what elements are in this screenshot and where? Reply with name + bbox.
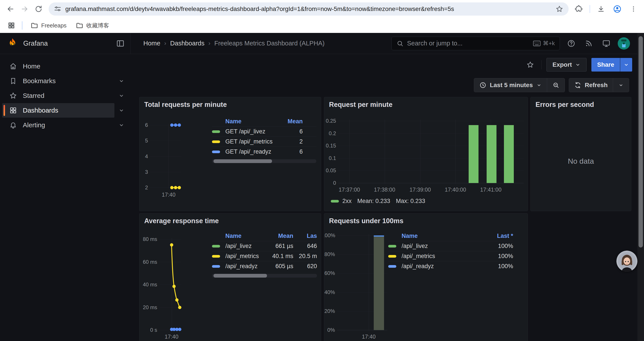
col-last[interactable]: Last *: [497, 233, 513, 239]
star-dashboard-button[interactable]: [524, 58, 536, 71]
data-point: [174, 124, 177, 127]
refresh-interval-button[interactable]: [613, 78, 629, 92]
series-name[interactable]: GET /api/_metrics: [225, 138, 300, 145]
y-tick: 60 ms: [139, 259, 157, 265]
panel-title[interactable]: Average response time: [144, 217, 219, 225]
scrollbar-thumb[interactable]: [214, 159, 272, 163]
refresh-icon: [574, 82, 581, 89]
page-scrollbar-thumb[interactable]: [638, 36, 643, 247]
forward-button[interactable]: [18, 2, 32, 16]
monitor-icon: [602, 39, 610, 48]
legend-item-2xx[interactable]: 2xx: [331, 198, 352, 204]
nav-brand-area: Grafana: [0, 33, 131, 54]
search-shortcut: ⌘+k: [533, 40, 555, 47]
downloads-button[interactable]: [594, 2, 608, 16]
back-button[interactable]: [4, 2, 18, 16]
series-color-2xx: [331, 200, 339, 203]
y-tick: 0.1: [325, 155, 336, 161]
bookmark-star-icon[interactable]: [556, 5, 563, 13]
profile-button[interactable]: [610, 2, 624, 16]
col-last[interactable]: Las: [293, 233, 317, 239]
series-name[interactable]: /api/_metrics: [402, 253, 498, 260]
series-last: 100%: [498, 253, 513, 260]
legend-scrollbar[interactable]: [212, 159, 316, 163]
sidebar-item-home: Home: [2, 59, 128, 74]
site-settings-icon: [54, 5, 62, 13]
refresh-button[interactable]: Refresh: [569, 78, 613, 92]
panel-title[interactable]: Request per minute: [329, 101, 392, 109]
user-avatar-button[interactable]: [618, 37, 630, 50]
series-name[interactable]: /api/_metrics: [225, 253, 260, 260]
series-name[interactable]: GET /api/_livez: [225, 128, 300, 135]
url-bar[interactable]: [49, 3, 568, 16]
help-button[interactable]: [565, 37, 577, 50]
sidebar-expand-dashboards[interactable]: [114, 103, 128, 118]
search-box[interactable]: ⌘+k: [392, 37, 560, 50]
time-range-picker[interactable]: Last 5 minutes: [474, 78, 547, 92]
sidebar-link-alerting[interactable]: Alerting: [2, 118, 114, 132]
legend-scrollbar[interactable]: [212, 274, 317, 278]
col-name[interactable]: Name: [225, 233, 242, 239]
sidebar-expand-alerting[interactable]: [114, 118, 128, 132]
breadcrumb-home[interactable]: Home: [143, 40, 160, 47]
share-menu-button[interactable]: [620, 58, 632, 72]
legend-row: /api/_readyz 605 µs 620: [212, 261, 317, 271]
panel-title[interactable]: Total requests per minute: [144, 101, 227, 109]
url-input[interactable]: [65, 6, 552, 13]
series-name[interactable]: /api/_readyz: [402, 263, 498, 270]
panel-title[interactable]: Requests under 100ms: [329, 217, 403, 225]
col-mean[interactable]: Mean: [288, 118, 316, 125]
chevron-down-icon: [118, 122, 124, 128]
series-name[interactable]: /api/_livez: [225, 243, 260, 249]
y-tick: 20 ms: [139, 304, 157, 310]
share-button[interactable]: Share: [592, 58, 620, 72]
breadcrumb-dashboards[interactable]: Dashboards: [170, 40, 204, 47]
sidebar-link-home[interactable]: Home: [2, 59, 128, 74]
kiosk-mode-button[interactable]: [600, 37, 612, 50]
y-tick: 0.25: [325, 118, 336, 124]
browser-menu-button[interactable]: [626, 2, 640, 16]
series-mean: 40.1 ms: [260, 253, 293, 260]
metrics-response-line: [159, 239, 182, 330]
bookmark-folder-blogs[interactable]: 收藏博客: [72, 20, 113, 31]
series-name[interactable]: GET /api/_readyz: [225, 148, 300, 155]
series-name[interactable]: /api/_readyz: [225, 263, 260, 270]
search-input[interactable]: [407, 40, 529, 47]
reload-button[interactable]: [32, 2, 46, 16]
chevron-down-icon: [575, 62, 581, 68]
y-tick: 3: [140, 169, 148, 175]
scrollbar-thumb[interactable]: [214, 274, 267, 278]
bookmark-folder-freeleaps[interactable]: Freeleaps: [27, 20, 70, 31]
col-name[interactable]: Name: [225, 118, 242, 125]
apps-button[interactable]: [6, 20, 17, 31]
assistant-avatar-image: [616, 251, 638, 272]
sidebar-expand-starred[interactable]: [114, 88, 128, 103]
share-label: Share: [597, 61, 614, 68]
page-scrollbar-track[interactable]: [638, 33, 644, 341]
chevron-down-icon: [118, 78, 124, 84]
y-tick: 0.2: [325, 130, 336, 137]
sidebar-expand-bookmarks[interactable]: [114, 74, 128, 88]
col-name[interactable]: Name: [402, 233, 418, 239]
panel-title[interactable]: Errors per second: [536, 101, 594, 109]
floating-assistant-avatar[interactable]: [616, 251, 638, 272]
sidebar-link-starred[interactable]: Starred: [2, 88, 114, 103]
sidebar-link-bookmarks[interactable]: Bookmarks: [2, 74, 114, 88]
legend-max: Max: 0.233: [396, 198, 425, 204]
series-name[interactable]: /api/_livez: [402, 243, 498, 249]
actions-divider: [542, 60, 542, 69]
sidebar-link-dashboards[interactable]: Dashboards: [2, 103, 114, 118]
x-tick: 17:41:00: [480, 187, 502, 193]
rss-icon: [584, 39, 593, 48]
col-mean[interactable]: Mean: [260, 233, 293, 239]
export-button[interactable]: Export: [546, 58, 586, 72]
toolbar-separator: [590, 5, 590, 13]
zoom-out-time-button[interactable]: [547, 78, 565, 92]
y-tick: 60%: [324, 270, 335, 276]
panel-requests-under-100ms: Requests under 100ms 100% 80% 60% 40%: [324, 213, 528, 341]
extensions-puzzle-icon: [575, 5, 582, 13]
legend-row: /api/_readyz 100%: [388, 261, 513, 271]
extensions-button[interactable]: [572, 2, 586, 16]
news-button[interactable]: [582, 37, 595, 50]
sidebar-toggle-button[interactable]: [116, 39, 125, 48]
